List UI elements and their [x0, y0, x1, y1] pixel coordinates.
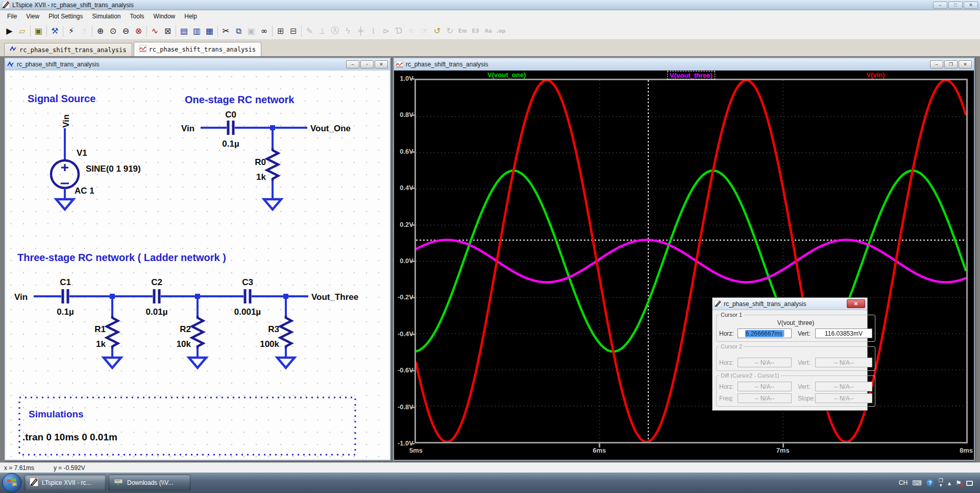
resistor-symbol-r1[interactable] [107, 316, 118, 348]
cursor-dialog-close-button[interactable]: ✕ [847, 299, 865, 308]
close-button[interactable]: ✕ [964, 2, 978, 9]
cascade-windows-button[interactable]: ▦ [203, 24, 216, 38]
menu-file[interactable]: File [3, 11, 21, 21]
tab-schematic[interactable]: rc_phase_shift_trans_analysis [4, 43, 132, 56]
y-axis-tick [410, 187, 414, 189]
control-panel-button[interactable]: ⚒ [48, 24, 61, 38]
capacitor-symbol-c0[interactable] [228, 121, 233, 135]
capacitor-symbol-c2[interactable] [154, 289, 159, 303]
signal-source-header: Signal Source [28, 93, 95, 104]
schematic-canvas[interactable]: Signal Source Vin V1 SINE(0 1 919) AC 1 … [5, 71, 390, 460]
waveform-restore-button[interactable]: ❐ [944, 60, 958, 68]
cursor-dialog[interactable]: rc_phase_shift_trans_analysis ✕ Cursor 1… [712, 297, 868, 411]
x-axis-label: 5ms [409, 447, 423, 454]
schematic-window-titlebar: rc_phase_shift_trans_analysis – ▫ ✕ [5, 58, 390, 71]
waveform-minimize-button[interactable]: – [930, 60, 943, 68]
autorange-y-button[interactable]: ∿ [149, 24, 161, 38]
open-file-button[interactable]: ▱ [16, 24, 29, 38]
paste-button: ▣ [245, 24, 258, 38]
save-button[interactable]: ▣ [32, 24, 45, 38]
tran-directive[interactable]: .tran 0 10ms 0 0.01m [22, 432, 117, 442]
copy-button[interactable]: ⧉ [232, 24, 245, 38]
tile-horizontal-button[interactable]: ▤ [178, 24, 190, 38]
ground-symbol [264, 199, 281, 209]
trace-label-Vvin[interactable]: V(vin) [866, 71, 885, 79]
zoom-extents-button[interactable]: ⊗ [132, 24, 145, 38]
c1-value: 0.1µ [57, 307, 74, 317]
trace-label-Vvout_one[interactable]: V(vout_one) [487, 71, 526, 79]
schematic-minimize-button[interactable]: – [346, 60, 359, 68]
find-button[interactable]: ∞ [258, 24, 271, 38]
show-hidden-icons[interactable]: ▴ [948, 479, 951, 487]
diff-vert-label: Vert: [798, 383, 815, 390]
spice-directive-button: .op [495, 24, 507, 38]
menu-simulation[interactable]: Simulation [88, 11, 125, 21]
resistor-symbol-r0[interactable] [267, 148, 278, 181]
zoom-in-button[interactable]: ⊕ [94, 24, 107, 38]
mdi-area: rc_phase_shift_trans_analysis – ▫ ✕ Sign… [0, 56, 980, 462]
text-tool-button: Aa [482, 24, 495, 38]
maximize-button[interactable]: □ [948, 2, 963, 9]
r0-name: R0 [255, 157, 266, 167]
x-axis-label: 8ms [960, 447, 973, 454]
tile-vertical-button[interactable]: ▥ [190, 24, 203, 38]
ltspice-taskbar-icon [30, 478, 38, 488]
minimize-button[interactable]: – [933, 2, 947, 9]
windows-taskbar: LTspice XVII - rc...Downloads (\\V... CH… [0, 473, 980, 493]
diff-freq-label: Freq: [719, 395, 738, 402]
net-label-button: Ⓐ [329, 24, 341, 38]
network-icon[interactable] [966, 481, 973, 486]
schematic-maximize-button[interactable]: ▫ [360, 60, 374, 68]
capacitor-symbol-c1[interactable] [63, 289, 68, 303]
start-button[interactable] [2, 473, 21, 492]
zoom-area-button[interactable]: ⊙ [107, 24, 119, 38]
y-axis-tick [410, 407, 414, 408]
menu-tools[interactable]: Tools [126, 11, 149, 21]
print-button[interactable]: ⊞ [274, 24, 287, 38]
capacitor-symbol-c3[interactable] [245, 289, 250, 303]
waveform-close-button[interactable]: ✕ [959, 60, 972, 68]
simulations-header: Simulations [29, 409, 84, 419]
redo-button: ↻ [444, 24, 456, 38]
status-x-coordinate: x = 7.61ms [4, 464, 34, 472]
keyboard-icon[interactable]: ⌨ [912, 479, 922, 487]
resistor-symbol-r3[interactable] [280, 316, 291, 348]
one-stage-vin-label: Vin [181, 124, 194, 133]
run-button[interactable]: ▶ [3, 24, 16, 38]
cursor1-horz-input[interactable]: 6.2666667ms [738, 328, 792, 338]
resistor-symbol-r2[interactable] [192, 316, 203, 348]
help-icon[interactable]: ? [926, 479, 934, 487]
print-preview-button[interactable]: ⊟ [287, 24, 300, 38]
waveform-canvas[interactable] [416, 80, 966, 442]
tab-waveform[interactable]: rc_phase_shift_trans_analysis [134, 42, 262, 56]
menu-plot-settings[interactable]: Plot Settings [44, 11, 87, 21]
cursor1-vert-input[interactable]: 116.03853mV [815, 328, 872, 338]
restore-windows-icon[interactable]: ❐▾ [939, 478, 943, 487]
trace-label-Vvout_three[interactable]: V(vout_three) [667, 71, 715, 80]
y-axis-tick [410, 370, 414, 371]
status-y-coordinate: y = -0.592V [54, 464, 85, 472]
cut-button[interactable]: ✂ [219, 24, 232, 38]
menu-window[interactable]: Window [150, 11, 180, 21]
ground-symbol [56, 199, 74, 209]
zoom-out-button[interactable]: ⊖ [119, 24, 132, 38]
taskbar-button-drive[interactable]: Downloads (\\V... [109, 475, 190, 491]
plot-settings-button[interactable]: ⊠ [161, 24, 174, 38]
undo-button[interactable]: ↺ [431, 24, 444, 38]
c0-value: 0.1µ [222, 139, 239, 149]
r1-name: R1 [94, 324, 106, 334]
x-axis-tick [782, 443, 784, 448]
waveform-plot-pane: rc_phase_shift_trans_analysis ✕ Cursor 1… [394, 71, 974, 460]
ime-indicator[interactable]: CH [899, 479, 908, 486]
run-simulation-button[interactable]: ⚡ [65, 24, 78, 38]
schematic-close-button[interactable]: ✕ [375, 60, 388, 68]
menu-view[interactable]: View [22, 11, 43, 21]
y-axis-tick [410, 78, 414, 80]
diff-slope-label: Slope: [798, 395, 815, 402]
taskbar-button-ltspice[interactable]: LTspice XVII - rc... [24, 475, 106, 491]
cursor1-vert-label: Vert: [798, 330, 815, 337]
cursor-dialog-titlebar[interactable]: rc_phase_shift_trans_analysis ✕ [713, 298, 867, 310]
net-label-vin-source: Vin [61, 114, 71, 128]
menu-help[interactable]: Help [180, 11, 201, 21]
action-center-flag-icon[interactable]: ⚑✘ [955, 479, 962, 487]
